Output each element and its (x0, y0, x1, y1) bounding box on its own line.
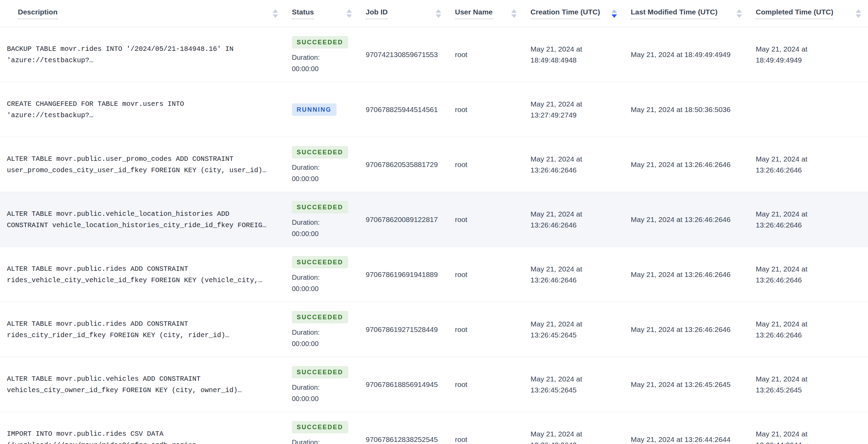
job-id-value: 970678619691941889 (366, 269, 438, 280)
creation-time-value: May 21, 2024 at 13:27:49:2749 (530, 99, 613, 121)
description-cell: ALTER TABLE movr.public.rides ADD CONSTR… (0, 263, 285, 286)
user-name-value: root (455, 159, 467, 170)
status-cell: RUNNING Duration: (285, 103, 359, 116)
description-line-1: ALTER TABLE movr.public.rides ADD CONSTR… (7, 318, 278, 330)
column-header-label[interactable]: Last Modified Time (UTC) (631, 8, 718, 19)
job-id-value: 970678825944514561 (366, 104, 438, 115)
completed-time-value: May 21, 2024 at 13:26:46:2646 (756, 154, 838, 176)
last-modified-time-cell: May 21, 2024 at 18:49:49:4949 (624, 49, 749, 60)
description-cell: ALTER TABLE movr.public.vehicle_location… (0, 208, 285, 231)
user-name-value: root (455, 49, 467, 60)
user-name-value: root (455, 434, 467, 444)
completed-time-cell (749, 106, 868, 114)
column-header-creationTime[interactable]: Creation Time (UTC) (524, 8, 624, 19)
last-modified-time-value: May 21, 2024 at 13:26:46:2646 (631, 324, 731, 335)
column-header-completedTime[interactable]: Completed Time (UTC) (749, 8, 868, 19)
table-row: ALTER TABLE movr.public.user_promo_codes… (0, 137, 868, 192)
job-description-link[interactable]: ALTER TABLE movr.public.vehicle_location… (7, 208, 278, 231)
last-modified-time-cell: May 21, 2024 at 13:26:46:2646 (624, 214, 749, 225)
job-id-cell: 970678620089122817 (359, 214, 448, 225)
job-id-value: 970678620535881729 (366, 159, 438, 170)
status-cell: SUCCEEDED Duration: 00:00:00 (285, 36, 359, 73)
completed-time-cell: May 21, 2024 at 18:49:49:4949 (749, 44, 868, 66)
user-name-cell: root (448, 434, 524, 444)
job-description-link[interactable]: ALTER TABLE movr.public.rides ADD CONSTR… (7, 263, 278, 286)
last-modified-time-cell: May 21, 2024 at 13:26:46:2646 (624, 159, 749, 170)
completed-time-value: May 21, 2024 at 13:26:44:2644 (756, 429, 838, 444)
sort-up-icon (856, 9, 861, 13)
sort-down-icon (612, 14, 617, 18)
column-header-label[interactable]: Description (18, 8, 58, 19)
job-description-link[interactable]: IMPORT INTO movr.public.rides CSV DATA (… (7, 428, 278, 444)
description-line-1: ALTER TABLE movr.public.rides ADD CONSTR… (7, 263, 278, 275)
completed-time-value: May 21, 2024 at 13:26:46:2646 (756, 264, 838, 286)
last-modified-time-cell: May 21, 2024 at 13:26:45:2645 (624, 379, 749, 390)
creation-time-value: May 21, 2024 at 18:49:48:4948 (530, 44, 613, 66)
description-line-2: 'azure://testbackup?… (7, 110, 278, 121)
job-description-link[interactable]: ALTER TABLE movr.public.rides ADD CONSTR… (7, 318, 278, 341)
completed-time-cell: May 21, 2024 at 13:26:46:2646 (749, 209, 868, 231)
table-row: ALTER TABLE movr.public.vehicles ADD CON… (0, 357, 868, 412)
job-id-cell: 970678618856914945 (359, 379, 448, 390)
description-line-2: 'azure://testbackup?… (7, 55, 278, 66)
sort-arrows-icon[interactable] (436, 9, 441, 18)
last-modified-time-cell: May 21, 2024 at 13:26:44:2644 (624, 434, 749, 444)
last-modified-time-value: May 21, 2024 at 18:49:49:4949 (631, 49, 731, 60)
completed-time-cell: May 21, 2024 at 13:26:46:2646 (749, 264, 868, 286)
sort-arrows-icon[interactable] (856, 9, 861, 18)
user-name-value: root (455, 379, 467, 390)
jobs-table: Description Status Job ID User Name Crea… (0, 0, 868, 444)
column-header-label[interactable]: Creation Time (UTC) (530, 8, 600, 19)
sort-arrows-icon[interactable] (273, 9, 278, 18)
creation-time-value: May 21, 2024 at 13:26:46:2646 (530, 264, 613, 286)
column-header-label[interactable]: User Name (455, 8, 493, 19)
status-cell: SUCCEEDED Duration: 00:00:00 (285, 366, 359, 403)
job-id-cell: 970742130859671553 (359, 49, 448, 60)
job-description-link[interactable]: BACKUP TABLE movr.rides INTO '/2024/05/2… (7, 43, 278, 66)
column-header-status[interactable]: Status (285, 8, 359, 19)
job-description-link[interactable]: ALTER TABLE movr.public.user_promo_codes… (7, 153, 278, 176)
duration-label: Duration: (292, 54, 352, 62)
last-modified-time-cell: May 21, 2024 at 13:26:46:2646 (624, 324, 749, 335)
job-id-value: 970678618856914945 (366, 379, 438, 390)
job-id-value: 970678620089122817 (366, 214, 438, 225)
creation-time-value: May 21, 2024 at 13:26:46:2646 (530, 154, 613, 176)
user-name-cell: root (448, 269, 524, 280)
status-badge: SUCCEEDED (292, 36, 348, 48)
sort-up-icon (612, 9, 617, 13)
job-id-cell: 970678619271528449 (359, 324, 448, 335)
table-row: ALTER TABLE movr.public.rides ADD CONSTR… (0, 247, 868, 302)
sort-arrows-icon[interactable] (511, 9, 517, 18)
column-header-label[interactable]: Job ID (366, 8, 388, 19)
user-name-cell: root (448, 159, 524, 170)
column-header-jobId[interactable]: Job ID (359, 8, 448, 19)
duration-block: Duration: 00:00:00 (292, 329, 352, 348)
table-row: ALTER TABLE movr.public.vehicle_location… (0, 192, 868, 247)
job-description-link[interactable]: CREATE CHANGEFEED FOR TABLE movr.users I… (7, 98, 278, 121)
status-badge: SUCCEEDED (292, 366, 348, 378)
column-header-description[interactable]: Description (0, 8, 285, 19)
column-header-label[interactable]: Status (292, 8, 314, 19)
duration-value: 00:00:00 (292, 230, 352, 238)
table-row: CREATE CHANGEFEED FOR TABLE movr.users I… (0, 82, 868, 137)
job-id-value: 970678619271528449 (366, 324, 438, 335)
column-header-userName[interactable]: User Name (448, 8, 524, 19)
job-id-cell: 970678612838252545 (359, 434, 448, 444)
completed-time-cell: May 21, 2024 at 13:26:45:2645 (749, 374, 868, 396)
sort-arrows-icon[interactable] (612, 9, 617, 18)
last-modified-time-value: May 21, 2024 at 13:26:46:2646 (631, 269, 731, 280)
description-line-1: ALTER TABLE movr.public.user_promo_codes… (7, 153, 278, 165)
description-cell: BACKUP TABLE movr.rides INTO '/2024/05/2… (0, 43, 285, 66)
duration-value: 00:00:00 (292, 395, 352, 403)
description-line-1: IMPORT INTO movr.public.rides CSV DATA (7, 428, 278, 440)
status-badge: SUCCEEDED (292, 146, 348, 158)
sort-arrows-icon[interactable] (346, 9, 352, 18)
last-modified-time-cell: May 21, 2024 at 18:50:36:5036 (624, 104, 749, 115)
description-line-2: vehicles_city_owner_id_fkey FOREIGN KEY … (7, 385, 278, 396)
sort-arrows-icon[interactable] (736, 9, 742, 18)
duration-block: Duration: 00:00:00 (292, 274, 352, 293)
column-header-lastModifiedTime[interactable]: Last Modified Time (UTC) (624, 8, 749, 19)
table-row: IMPORT INTO movr.public.rides CSV DATA (… (0, 412, 868, 444)
job-description-link[interactable]: ALTER TABLE movr.public.vehicles ADD CON… (7, 373, 278, 396)
column-header-label[interactable]: Completed Time (UTC) (756, 8, 833, 19)
